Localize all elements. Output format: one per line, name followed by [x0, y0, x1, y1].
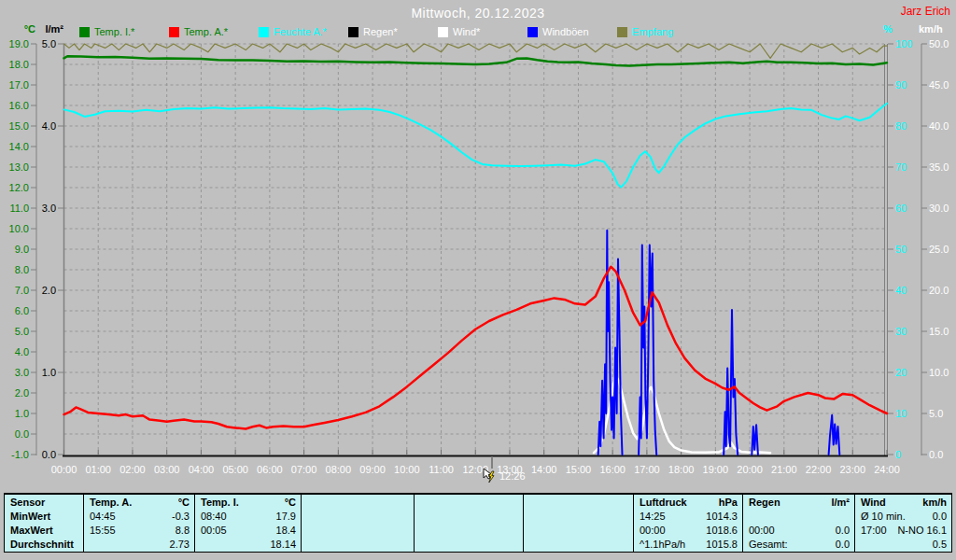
cell-right: °C: [178, 496, 190, 510]
summary-table: SensorMinWertMaxWertDurchschnittTemp. A.…: [4, 493, 952, 553]
table-column-header: Temp. A.°C: [90, 496, 190, 510]
table-column-header: [420, 496, 518, 510]
table-row-label: Durchschnitt: [10, 538, 78, 552]
table-column-empty: [301, 495, 414, 552]
table-column-header: [529, 496, 628, 510]
series-windboeen: [598, 231, 623, 455]
cell-right: 1018.6: [706, 524, 738, 538]
cell-right: 2.73: [170, 538, 190, 552]
cell-right: 1014.3: [706, 510, 738, 524]
cursor-lightning-icon: [483, 468, 498, 483]
x-tick-label: 07:00: [291, 464, 317, 475]
cell-left: Gesamt:: [749, 538, 788, 552]
table-row: 17:00N-NO 16.1: [861, 524, 947, 538]
x-tick-label: 19:00: [703, 464, 729, 475]
table-column-empty: [523, 495, 633, 552]
table-row: [529, 524, 628, 538]
wind-tick-label: 20.0: [929, 285, 949, 296]
cell-right: km/h: [922, 496, 947, 510]
wind-tick-label: 40.0: [929, 120, 949, 132]
temp_c-tick-label: 16.0: [9, 100, 29, 111]
wind-tick-label: 15.0: [929, 326, 949, 337]
humidity-tick-label: 0: [895, 449, 901, 460]
temp_c-tick-label: 9.0: [15, 244, 29, 255]
rain-tick-label: 1.0: [42, 367, 56, 378]
temp_c-tick-label: 19.0: [9, 38, 29, 49]
x-tick-label: 04:00: [189, 464, 215, 475]
cell-right: l/m²: [831, 496, 850, 510]
temp_c-tick-label: 17.0: [9, 79, 29, 91]
table-row: [420, 510, 518, 524]
table-row: [307, 524, 409, 538]
cell-right: 17.9: [276, 510, 296, 524]
humidity-tick-label: 50: [895, 244, 907, 255]
x-tick-label: 03:00: [154, 464, 180, 475]
table-row: Gesamt:0.0: [749, 538, 850, 552]
x-tick-label: 10:00: [394, 464, 420, 475]
cell-left: 17:00: [861, 524, 887, 538]
cursor-marker: 12:26: [483, 468, 526, 483]
x-tick-label: 16:00: [599, 464, 626, 475]
cell-right: N-NO 16.1: [897, 524, 947, 538]
temp_c-tick-label: 13.0: [9, 161, 29, 173]
x-tick-label: 15:00: [566, 464, 592, 475]
table-column-temp-a: Temp. A.°C04:45-0.315:558.82.73: [83, 495, 194, 552]
wind-tick-label: 25.0: [929, 244, 949, 255]
series-windboeen: [829, 415, 840, 455]
table-row: [529, 538, 628, 552]
temp_c-tick-label: 6.0: [15, 305, 29, 316]
cell-left: Wind: [861, 496, 886, 510]
cell-left: 00:05: [201, 524, 227, 538]
cell-right: 0.0: [933, 510, 947, 524]
table-row-labels-column: SensorMinWertMaxWertDurchschnitt: [5, 495, 83, 552]
wind-tick-label: 30.0: [929, 203, 949, 214]
table-row: [420, 538, 518, 552]
wind-tick-label: 5.0: [929, 408, 943, 419]
table-column-header: Temp. I.°C: [201, 496, 296, 510]
cell-right: 18.4: [276, 524, 296, 538]
humidity-tick-label: 10: [895, 408, 907, 419]
x-tick-label: 01:00: [85, 464, 111, 475]
wind-tick-label: 0.0: [929, 449, 943, 460]
wind-tick-label: 10.0: [929, 367, 949, 378]
cell-left: Ø 10 min.: [861, 510, 906, 524]
cell-left: 15:55: [90, 524, 116, 538]
x-tick-label: 08:00: [326, 464, 352, 475]
table-column-header: LuftdruckhPa: [640, 496, 738, 510]
x-tick-label: 22:00: [806, 464, 832, 475]
temp_c-tick-label: 10.0: [9, 223, 29, 234]
humidity-tick-label: 20: [895, 367, 907, 378]
series-windboeen: [639, 245, 656, 455]
x-tick-label: 18:00: [668, 464, 695, 475]
table-row: 0.5: [861, 538, 947, 552]
table-row: 00:0518.4: [201, 524, 296, 538]
cell-left: 04:45: [90, 510, 116, 524]
table-row: [420, 524, 518, 538]
x-tick-label: 20:00: [737, 464, 763, 475]
cell-right: 8.8: [176, 524, 190, 538]
rain-tick-label: 0.0: [42, 449, 56, 460]
table-row: 14:251014.3: [640, 510, 738, 524]
temp_c-tick-label: 3.0: [15, 367, 29, 378]
table-row-label: MinWert: [10, 510, 78, 524]
humidity-tick-label: 80: [895, 120, 907, 132]
temp_c-tick-label: 11.0: [9, 203, 29, 214]
table-row-label: Sensor: [10, 496, 78, 510]
wind-tick-label: 50.0: [929, 38, 949, 49]
x-tick-label: 06:00: [257, 464, 283, 475]
cell-right: 18.14: [270, 538, 296, 552]
humidity-tick-label: 70: [895, 161, 907, 173]
table-column-empty: [414, 495, 523, 552]
humidity-tick-label: 30: [895, 326, 907, 337]
temp_c-tick-label: 5.0: [15, 326, 29, 337]
chart-plot-area[interactable]: -1.00.01.02.03.04.05.06.07.08.09.010.011…: [0, 0, 956, 492]
wind-tick-label: 35.0: [929, 161, 949, 173]
cursor-time-label: 12:26: [499, 470, 526, 482]
weather-dashboard: Mittwoch, 20.12.2023 Jarz Erich °C l/m² …: [0, 0, 956, 560]
temp_c-tick-label: 1.0: [15, 408, 29, 419]
table-column-wind: Windkm/hØ 10 min.0.017:00N-NO 16.10.5: [854, 495, 951, 552]
cell-right: hPa: [719, 496, 738, 510]
temp_c-tick-label: 15.0: [9, 120, 29, 132]
cell-right: °C: [285, 496, 296, 510]
x-tick-label: 21:00: [771, 464, 797, 475]
